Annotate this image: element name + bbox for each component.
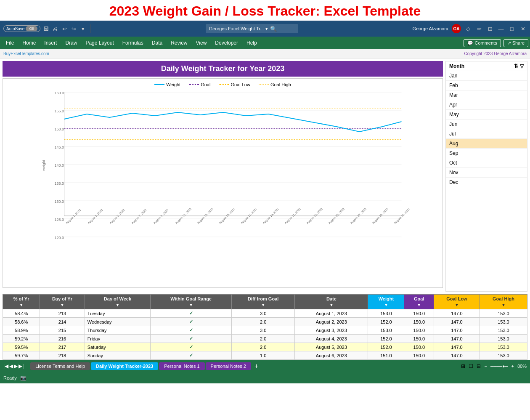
tab-license[interactable]: License Terms and Help <box>30 362 90 370</box>
month-jan[interactable]: Jan <box>446 71 527 81</box>
month-nov[interactable]: Nov <box>446 168 527 178</box>
autosave-toggle[interactable]: AutoSave Off <box>3 25 40 32</box>
share-button[interactable]: ↗ Share <box>504 39 528 47</box>
th-pct-yr-label: % of Yr <box>13 296 29 301</box>
month-aug[interactable]: Aug <box>446 139 527 149</box>
undo-icon[interactable]: ↩ <box>61 25 68 32</box>
restore-icon[interactable]: ⊡ <box>486 25 494 32</box>
menu-draw[interactable]: Draw <box>61 38 81 48</box>
zoom-plus[interactable]: + <box>511 364 514 369</box>
maximize-icon[interactable]: □ <box>508 25 516 32</box>
cell-goal: 150.0 <box>404 326 434 335</box>
menu-formulas[interactable]: Formulas <box>118 38 148 48</box>
svg-text:August 23, 2023: August 23, 2023 <box>306 207 323 225</box>
menu-file[interactable]: File <box>2 38 18 48</box>
svg-text:August 11, 2023: August 11, 2023 <box>175 207 192 225</box>
month-sep[interactable]: Sep <box>446 149 527 158</box>
menu-view[interactable]: View <box>192 38 211 48</box>
th-weight-label: Weight <box>379 296 394 301</box>
save-icon[interactable]: 🖫 <box>42 25 50 32</box>
search-icon[interactable]: 🔍 <box>270 25 277 32</box>
cell-date: August 5, 2023 <box>295 343 368 351</box>
th-goal-low-filter[interactable]: ▼ <box>455 303 459 307</box>
sort-icon[interactable]: ⇅ <box>514 63 518 69</box>
month-apr[interactable]: Apr <box>446 100 527 110</box>
cell-date: August 2, 2023 <box>295 318 368 326</box>
th-pct-yr-filter[interactable]: ▼ <box>19 303 24 307</box>
toolbar-divider <box>90 24 90 33</box>
th-day-yr-label: Day of Yr <box>52 296 72 301</box>
pen-icon[interactable]: ✏ <box>475 25 483 32</box>
redo-icon[interactable]: ↪ <box>70 25 77 32</box>
zoom-minus[interactable]: − <box>484 364 487 369</box>
tab-notes1[interactable]: Personal Notes 1 <box>159 362 204 370</box>
th-weight-filter[interactable]: ▼ <box>384 303 388 307</box>
grid-view-icon[interactable]: ⊞ <box>461 363 465 369</box>
comments-button[interactable]: 💬 Comments <box>464 39 501 47</box>
add-sheet-button[interactable]: + <box>252 362 261 370</box>
menu-help[interactable]: Help <box>242 38 261 48</box>
page-break-icon[interactable]: ⊟ <box>477 363 481 369</box>
menu-pagelayout[interactable]: Page Layout <box>81 38 118 48</box>
chart-title: Daily Weight Tracker for Year 2023 <box>3 61 443 77</box>
data-table: % of Yr ▼ Day of Yr ▼ Day of Week ▼ <box>3 294 527 360</box>
excel-toolbar: AutoSave Off 🖫 🖨 ↩ ↪ ▾ Georges Excel Wei… <box>0 21 530 37</box>
th-day-yr-filter[interactable]: ▼ <box>60 303 64 307</box>
th-date-filter[interactable]: ▼ <box>329 303 334 307</box>
month-jun[interactable]: Jun <box>446 120 527 129</box>
cell-day-week: Sunday <box>85 351 151 360</box>
nav-last[interactable]: ▶| <box>19 363 24 369</box>
tab-notes2[interactable]: Personal Notes 2 <box>206 362 251 370</box>
filter-icon[interactable]: ▽ <box>520 63 524 69</box>
nav-prev[interactable]: ◀ <box>9 363 13 369</box>
month-panel: Month ⇅ ▽ Jan Feb Mar Apr May Jun Jul Au… <box>445 61 527 292</box>
th-day-week-filter[interactable]: ▼ <box>116 303 120 307</box>
cell-day-week: Saturday <box>85 343 151 351</box>
svg-text:125.0: 125.0 <box>55 218 64 222</box>
month-jul[interactable]: Jul <box>446 129 527 139</box>
svg-text:120.0: 120.0 <box>55 236 64 240</box>
month-may[interactable]: May <box>446 110 527 120</box>
file-dropdown-icon[interactable]: ▾ <box>265 26 268 32</box>
print-icon[interactable]: 🖨 <box>51 25 59 32</box>
menu-data[interactable]: Data <box>148 38 167 48</box>
th-diff-goal-filter[interactable]: ▼ <box>261 303 265 307</box>
legend-line-goal-low <box>219 84 229 85</box>
month-oct[interactable]: Oct <box>446 158 527 168</box>
website-link[interactable]: BuyExcelTemplates.com <box>3 51 49 56</box>
page-view-icon[interactable]: ☐ <box>469 363 473 369</box>
th-within-goal-filter[interactable]: ▼ <box>189 303 193 307</box>
minimize-icon[interactable]: — <box>497 25 505 32</box>
tab-tracker[interactable]: Daily Weight Tracker-2023 <box>91 362 158 370</box>
customize-icon[interactable]: ▾ <box>79 25 87 32</box>
cell-pct-yr: 59.5% <box>3 343 40 351</box>
th-goal-filter[interactable]: ▼ <box>417 303 421 307</box>
zoom-slider[interactable]: ━━━━●━ <box>490 364 508 369</box>
th-date-label: Date <box>326 296 337 301</box>
cell-goal-high: 153.0 <box>480 309 527 318</box>
cell-goal-low: 147.0 <box>434 318 480 326</box>
cell-diff-goal: 1.0 <box>231 351 294 360</box>
menu-developer[interactable]: Developer <box>211 38 242 48</box>
close-icon[interactable]: ✕ <box>519 25 527 32</box>
ready-label: Ready <box>3 375 17 380</box>
camera-icon[interactable]: 📷 <box>20 375 26 381</box>
cell-pct-yr: 59.2% <box>3 335 40 343</box>
menu-home[interactable]: Home <box>18 38 40 48</box>
th-goal-high-filter[interactable]: ▼ <box>501 303 506 307</box>
autosave-state[interactable]: Off <box>26 26 37 31</box>
svg-text:160.0: 160.0 <box>55 91 64 95</box>
cell-within-goal: ✓ <box>151 351 232 360</box>
nav-first[interactable]: |◀ <box>3 363 8 369</box>
nav-next[interactable]: ▶ <box>14 363 18 369</box>
menu-review[interactable]: Review <box>167 38 191 48</box>
month-dec[interactable]: Dec <box>446 178 527 187</box>
file-name: Georges Excel Weight Tr... <box>209 26 264 31</box>
diamond-icon[interactable]: ◇ <box>464 25 472 32</box>
menu-insert[interactable]: Insert <box>40 38 61 48</box>
legend-label-goal-high: Goal High <box>270 82 291 87</box>
svg-text:August 21, 2023: August 21, 2023 <box>284 207 302 225</box>
month-mar[interactable]: Mar <box>446 90 527 100</box>
svg-text:140.0: 140.0 <box>55 163 64 167</box>
month-feb[interactable]: Feb <box>446 81 527 90</box>
